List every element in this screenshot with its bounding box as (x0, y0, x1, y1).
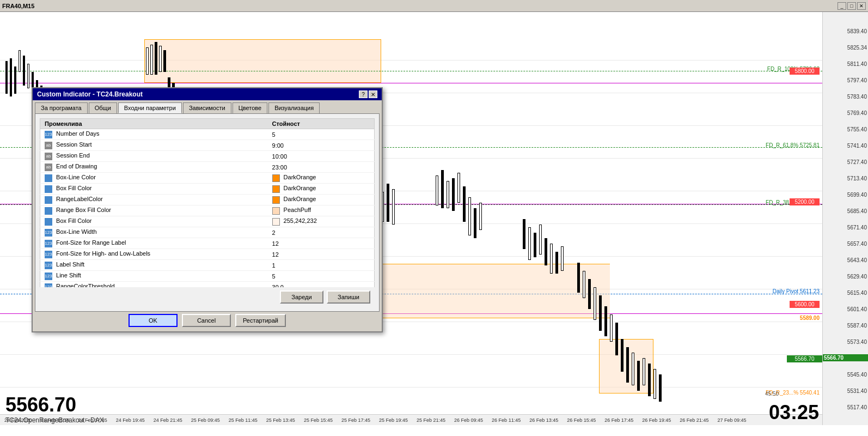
table-row[interactable]: ab Session Start 9:00 (40, 140, 375, 151)
table-row[interactable]: Range Box Fill Color PeachPuff (40, 205, 375, 216)
candle (392, 189, 395, 225)
table-row[interactable]: 123 Box-Line Width 2 (40, 227, 375, 238)
param-name-range-box-fill-color: Range Box Fill Color (40, 205, 268, 216)
candle (468, 197, 471, 235)
price-scale-label: 5573.40 (847, 339, 867, 345)
table-row[interactable]: 123 Number of Days 5 (40, 129, 375, 140)
grid-line (0, 354, 822, 355)
maximize-button[interactable]: □ (847, 2, 856, 10)
param-name: Box Fill Color (40, 216, 268, 227)
price-scale-label: 5629.40 (847, 274, 867, 280)
close-button[interactable]: ✕ (857, 2, 866, 10)
dialog-help-button[interactable]: ? (359, 90, 368, 98)
param-value: 10:00 (268, 151, 375, 162)
price-scale-label: 5769.40 (847, 110, 867, 116)
param-name: 123 Font-Size for Range Label (40, 238, 268, 249)
dialog[interactable]: Custom Indicator - TC24.Breakout ? ✕ За … (32, 87, 383, 332)
candle (599, 295, 602, 331)
params-table: Променлива Стойност 123 Number of Days 5 (40, 118, 375, 287)
param-icon-num: 123 (45, 283, 52, 287)
candle (610, 314, 613, 342)
tab-visualization[interactable]: Визуализация (268, 102, 320, 113)
param-value: 5 (268, 129, 375, 140)
time-label-12: 25 Feb 21:45 (412, 417, 450, 423)
minimize-button[interactable]: _ (838, 2, 846, 10)
table-row[interactable]: ab End of Drawing 23:00 (40, 162, 375, 173)
price-scale-label: 5657.40 (847, 241, 867, 247)
candle (14, 66, 16, 94)
bottom-right-time: 03:25 (769, 401, 819, 424)
param-icon-ab: ab (45, 164, 52, 171)
time-label-16: 26 Feb 15:45 (563, 417, 600, 423)
tab-colors[interactable]: Цветове (233, 102, 267, 113)
candle (447, 181, 449, 208)
param-name-box-fill-color: Box Fill Color (40, 184, 268, 195)
candle (27, 64, 29, 88)
time-label-6: 25 Feb 09:45 (187, 417, 224, 423)
param-icon-color (45, 196, 52, 204)
save-button[interactable]: Запиши (327, 290, 370, 304)
price-scale-label: 5601.40 (847, 306, 867, 312)
time-label-17: 26 Feb 17:45 (600, 417, 638, 423)
param-icon-num: 123 (45, 272, 52, 280)
price-scale-label: 5517.40 (847, 404, 867, 410)
color-swatch-darkorange3 (272, 196, 280, 204)
param-value: 23:00 (268, 162, 375, 173)
current-price: 5566.70 (787, 355, 822, 362)
tab-dependencies[interactable]: Зависимости (183, 102, 231, 113)
param-name: ab Session End (40, 151, 268, 162)
cancel-button[interactable]: Cancel (182, 314, 231, 327)
table-row[interactable]: 123 Label Shift 1 (40, 260, 375, 271)
price-scale-label: 5531.40 (847, 388, 867, 394)
param-value: DarkOrange (268, 195, 375, 205)
candle (632, 353, 634, 385)
table-row[interactable]: ab Session End 10:00 (40, 151, 375, 162)
param-value: 30.0 (268, 282, 375, 288)
title-bar-buttons: _ □ ✕ (838, 2, 866, 10)
load-button[interactable]: Зареди (280, 290, 323, 304)
param-value: 5 (268, 271, 375, 282)
param-icon-color (45, 218, 52, 226)
table-row[interactable]: 123 Font-Size for Range Label 12 (40, 238, 375, 249)
param-name: 123 Number of Days (40, 129, 268, 140)
candle (643, 358, 645, 385)
candle (387, 184, 389, 222)
time-bar: 24 Feb 2020 24 Feb 15:15 24 Feb 17:45 24… (0, 414, 822, 425)
grid-line (0, 60, 822, 60)
table-row[interactable]: 123 Font-Size for High- and Low-Labels 1… (40, 249, 375, 260)
candle (539, 225, 542, 255)
table-row[interactable]: Box Fill Color 255,242,232 (40, 216, 375, 227)
current-price-scale: 5566.70 (823, 354, 868, 361)
candle (555, 252, 558, 274)
title-bar: FRA40,M15 _ □ ✕ (0, 0, 868, 12)
candle (155, 42, 157, 75)
param-icon-num: 123 (45, 262, 52, 269)
table-row[interactable]: 123 Line Shift 5 (40, 271, 375, 282)
ok-button[interactable]: OK (129, 314, 178, 327)
color-swatch-darkorange (272, 174, 280, 182)
tab-input-params[interactable]: Входни параметри (118, 102, 182, 113)
time-label-18: 26 Feb 19:45 (638, 417, 675, 423)
dialog-action-area: Зареди Запиши (40, 287, 375, 307)
params-scroll[interactable]: Променлива Стойност 123 Number of Days 5 (40, 118, 375, 287)
tab-general[interactable]: Общи (89, 102, 117, 113)
dialog-close-button[interactable]: ✕ (369, 90, 377, 98)
param-icon-color (45, 185, 52, 193)
table-row[interactable]: RangeLabelColor DarkOrange (40, 195, 375, 205)
candle (523, 219, 525, 249)
tab-about[interactable]: За програмата (35, 102, 88, 113)
chart-container: FRA40,M15 _ □ ✕ FRA40,M15 5560.20 5571.2… (0, 0, 868, 436)
table-row[interactable]: Box-Line Color DarkOrange (40, 173, 375, 184)
table-row[interactable]: Box Fill Color DarkOrange (40, 184, 375, 195)
time-label-19: 26 Feb 21:45 (675, 417, 713, 423)
param-value: DarkOrange (268, 173, 375, 184)
candle (653, 369, 656, 399)
candle (150, 45, 153, 75)
table-row[interactable]: 123 RangeColorThreshold 30.0 (40, 282, 375, 288)
candle (528, 227, 531, 260)
candle (463, 186, 466, 222)
restart-button[interactable]: Рестартирай (235, 314, 286, 327)
candle (604, 306, 607, 336)
dialog-title-text: Custom Indicator - TC24.Breakout (37, 90, 143, 98)
candle (545, 238, 547, 265)
